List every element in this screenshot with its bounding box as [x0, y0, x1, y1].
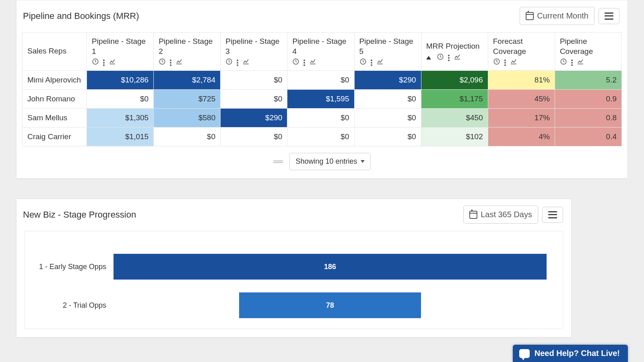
kebab-icon[interactable]: [170, 60, 171, 66]
data-cell[interactable]: $2,784: [154, 71, 221, 90]
col-action-icons[interactable]: [560, 58, 617, 67]
sales-rep-name[interactable]: John Romano: [23, 90, 87, 109]
data-cell[interactable]: 5.2: [555, 71, 621, 90]
hamburger-icon: [605, 12, 613, 20]
bar-chart: 1 - Early Stage Opps1862 - Trial Opps78: [25, 231, 563, 329]
data-cell[interactable]: $0: [354, 128, 421, 146]
sales-rep-name[interactable]: Mimi Alperovich: [23, 71, 87, 90]
data-cell[interactable]: $0: [221, 128, 287, 146]
data-cell[interactable]: $10,286: [87, 71, 154, 90]
table-row: Mimi Alperovich$10,286$2,784$0$0$290$2,0…: [23, 71, 622, 90]
col-sales-reps[interactable]: Sales Reps: [23, 33, 87, 71]
clock-icon[interactable]: [92, 58, 99, 67]
clock-icon[interactable]: [292, 58, 299, 67]
data-cell[interactable]: 4%: [488, 128, 555, 146]
col-action-icons[interactable]: [92, 58, 149, 67]
clock-icon[interactable]: [359, 58, 367, 67]
kebab-icon[interactable]: [448, 55, 450, 61]
col-action-icons[interactable]: [359, 58, 416, 67]
clock-icon[interactable]: [159, 58, 166, 67]
card-title: Pipeline and Bookings (MRR): [23, 11, 139, 21]
data-cell[interactable]: 17%: [488, 109, 555, 128]
col-action-icons[interactable]: [225, 58, 282, 67]
trend-icon[interactable]: [242, 58, 250, 67]
kebab-icon[interactable]: [303, 60, 305, 66]
trend-icon[interactable]: [577, 58, 584, 67]
kebab-icon[interactable]: [103, 60, 105, 66]
data-cell[interactable]: $0: [154, 128, 221, 146]
col-header[interactable]: Pipeline - Stage 1: [87, 33, 154, 71]
table-row: Craig Carrier$1,015$0$0$0$0$1024%0.4: [23, 128, 622, 146]
data-cell[interactable]: 0.4: [555, 128, 621, 146]
col-header[interactable]: Forecast Coverage: [488, 33, 555, 71]
sort-asc-icon[interactable]: [426, 56, 431, 60]
menu-button[interactable]: [599, 8, 619, 24]
col-header[interactable]: Pipeline - Stage 4: [287, 33, 354, 71]
col-label: Forecast Coverage: [493, 37, 550, 56]
kebab-icon[interactable]: [237, 60, 238, 66]
col-action-icons[interactable]: [426, 53, 483, 62]
col-header[interactable]: Pipeline Coverage: [555, 33, 621, 71]
menu-button[interactable]: [542, 207, 563, 223]
col-header[interactable]: Pipeline - Stage 3: [221, 33, 287, 71]
chat-widget[interactable]: Need Help? Chat Live!: [513, 345, 628, 362]
data-cell[interactable]: $1,595: [287, 90, 354, 109]
clock-icon[interactable]: [437, 53, 444, 62]
data-cell[interactable]: $0: [287, 128, 354, 146]
clock-icon[interactable]: [560, 58, 567, 67]
drag-handle-icon[interactable]: [273, 160, 283, 163]
card-header: New Biz - Stage Progression Last 365 Day…: [17, 199, 571, 231]
data-cell[interactable]: $0: [87, 90, 154, 109]
data-cell[interactable]: $290: [354, 71, 421, 90]
trend-icon[interactable]: [376, 58, 384, 67]
date-range-button[interactable]: Current Month: [520, 7, 594, 25]
table-row: John Romano$0$725$0$1,595$0$1,17545%0.9: [23, 90, 622, 109]
sales-rep-name[interactable]: Sam Mellus: [23, 109, 87, 128]
data-cell[interactable]: 45%: [488, 90, 555, 109]
bar-fill[interactable]: 78: [239, 292, 421, 318]
col-action-icons[interactable]: [493, 58, 550, 67]
data-cell[interactable]: $725: [154, 90, 221, 109]
bar-category-label: 2 - Trial Opps: [33, 301, 114, 310]
trend-icon[interactable]: [175, 58, 183, 67]
bar-category-label: 1 - Early Stage Opps: [33, 263, 114, 271]
data-cell[interactable]: $1,305: [87, 109, 154, 128]
data-cell[interactable]: $0: [354, 109, 421, 128]
col-action-icons[interactable]: [292, 58, 349, 67]
kebab-icon[interactable]: [371, 60, 372, 66]
pipeline-card: Pipeline and Bookings (MRR) Current Mont…: [16, 0, 628, 179]
data-cell[interactable]: $450: [421, 109, 488, 128]
col-header[interactable]: MRR Projection: [421, 33, 488, 71]
data-cell[interactable]: $0: [287, 109, 354, 128]
entries-dropdown[interactable]: Showing 10 entries: [289, 153, 370, 170]
data-cell[interactable]: $102: [421, 128, 488, 146]
col-action-icons[interactable]: [159, 58, 215, 67]
data-cell[interactable]: $580: [154, 109, 221, 128]
sales-rep-name[interactable]: Craig Carrier: [23, 128, 87, 146]
date-range-button[interactable]: Last 365 Days: [463, 206, 538, 224]
data-cell[interactable]: 0.8: [555, 109, 621, 128]
kebab-icon[interactable]: [504, 60, 506, 66]
data-cell[interactable]: $1,175: [421, 90, 488, 109]
data-cell[interactable]: $0: [221, 90, 287, 109]
trend-icon[interactable]: [510, 58, 517, 67]
col-header[interactable]: Pipeline - Stage 5: [354, 33, 421, 71]
trend-icon[interactable]: [109, 58, 116, 67]
data-cell[interactable]: $0: [354, 90, 421, 109]
data-cell[interactable]: 0.9: [555, 90, 621, 109]
hamburger-icon: [548, 211, 557, 218]
data-cell[interactable]: $290: [221, 109, 287, 128]
data-cell[interactable]: 81%: [488, 71, 555, 90]
clock-icon[interactable]: [493, 58, 500, 67]
bar-fill[interactable]: 186: [114, 254, 547, 280]
data-cell[interactable]: $0: [287, 71, 354, 90]
data-cell[interactable]: $1,015: [87, 128, 154, 146]
data-cell[interactable]: $2,096: [421, 71, 488, 90]
trend-icon[interactable]: [309, 58, 316, 67]
data-cell[interactable]: $0: [221, 71, 287, 90]
trend-icon[interactable]: [454, 53, 461, 62]
clock-icon[interactable]: [225, 58, 233, 67]
col-header[interactable]: Pipeline - Stage 2: [154, 33, 221, 71]
kebab-icon[interactable]: [571, 60, 573, 66]
calendar-icon: [469, 211, 477, 219]
